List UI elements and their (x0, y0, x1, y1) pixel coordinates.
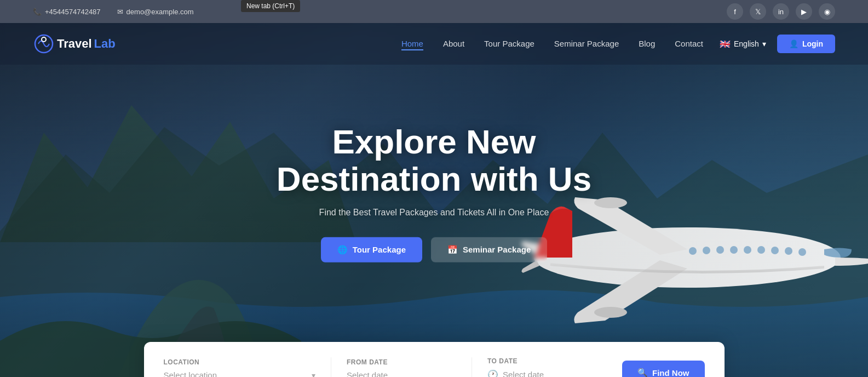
search-icon: 🔍 (637, 368, 648, 377)
hero-title-line1: Explore New (332, 122, 536, 160)
search-bar: Location ▾ From Date To Date 🕐 🔍 Find No… (144, 342, 725, 377)
topbar-left: 📞 +4544574742487 ✉ demo@example.com (33, 8, 194, 16)
youtube-icon[interactable]: ▶ (796, 3, 812, 20)
hero-section: TravelLab Home About Tour Package Semina… (0, 23, 868, 377)
lang-dropdown-arrow: ▾ (762, 39, 766, 48)
divider-2 (472, 357, 472, 377)
divider-1 (331, 357, 331, 377)
find-btn-label: Find Now (652, 368, 689, 378)
email-icon: ✉ (117, 8, 123, 16)
login-label: Login (802, 39, 823, 48)
email-info: ✉ demo@example.com (117, 8, 194, 16)
nav-contact-link[interactable]: Contact (675, 39, 703, 48)
nav-seminar[interactable]: Seminar Package (554, 39, 619, 49)
svg-point-8 (744, 246, 751, 254)
phone-icon: 📞 (33, 8, 42, 16)
facebook-icon[interactable]: f (727, 3, 743, 20)
navbar: TravelLab Home About Tour Package Semina… (0, 23, 868, 65)
svg-point-14 (42, 37, 46, 42)
hero-title-line2: Destination with Us (277, 160, 591, 198)
seminar-btn-label: Seminar Package (463, 245, 531, 254)
location-dropdown-arrow[interactable]: ▾ (312, 371, 315, 378)
instagram-icon[interactable]: ◉ (819, 3, 835, 20)
location-label: Location (164, 358, 316, 366)
svg-point-4 (798, 248, 806, 256)
location-input-wrapper: ▾ (164, 370, 316, 377)
from-date-field: From Date (347, 358, 456, 377)
user-icon: 👤 (789, 39, 798, 48)
phone-number: +4544574742487 (45, 8, 101, 16)
hero-subtitle: Find the Best Travel Packages and Ticket… (243, 208, 626, 218)
hero-title: Explore New Destination with Us (243, 123, 626, 197)
logo-text-blue: Lab (94, 37, 116, 51)
location-input[interactable] (164, 370, 308, 377)
nav-home[interactable]: Home (401, 39, 423, 49)
svg-point-2 (594, 307, 627, 318)
nav-tour-link[interactable]: Tour Package (484, 39, 534, 48)
nav-contact[interactable]: Contact (675, 39, 703, 49)
svg-point-12 (689, 247, 697, 255)
twitter-icon[interactable]: 𝕏 (750, 3, 766, 20)
svg-point-11 (703, 247, 710, 254)
nav-blog-link[interactable]: Blog (639, 39, 655, 48)
to-date-input-wrapper: 🕐 (487, 369, 607, 377)
nav-seminar-link[interactable]: Seminar Package (554, 39, 619, 48)
from-date-label: From Date (347, 358, 456, 366)
find-now-button[interactable]: 🔍 Find Now (622, 361, 705, 377)
svg-point-7 (757, 246, 765, 254)
tour-btn-label: Tour Package (353, 245, 406, 254)
nav-about[interactable]: About (443, 39, 464, 49)
hero-content: Explore New Destination with Us Find the… (243, 123, 626, 262)
globe-icon: 🌐 (337, 245, 348, 255)
nav-home-link[interactable]: Home (401, 39, 423, 50)
svg-point-6 (771, 247, 779, 254)
nav-blog[interactable]: Blog (639, 39, 655, 49)
logo-text-white: Travel (57, 37, 92, 51)
svg-point-5 (785, 247, 792, 255)
social-links: f 𝕏 in ▶ ◉ (727, 3, 835, 20)
nav-links: Home About Tour Package Seminar Package … (401, 39, 703, 49)
from-date-input-wrapper (347, 370, 456, 377)
flag-icon: 🇬🇧 (720, 39, 731, 49)
topbar: 📞 +4544574742487 ✉ demo@example.com New … (0, 0, 868, 23)
location-field: Location ▾ (164, 358, 316, 377)
linkedin-icon[interactable]: in (773, 3, 789, 20)
to-date-input[interactable] (503, 370, 607, 377)
hero-buttons: 🌐 Tour Package 📅 Seminar Package (243, 237, 626, 262)
email-address: demo@example.com (127, 8, 194, 16)
nav-about-link[interactable]: About (443, 39, 464, 48)
svg-point-10 (716, 246, 724, 254)
login-button[interactable]: 👤 Login (777, 35, 835, 53)
to-date-field: To Date 🕐 (487, 357, 607, 377)
clock-icon: 🕐 (487, 369, 498, 377)
logo[interactable]: TravelLab (33, 33, 116, 55)
phone-info: 📞 +4544574742487 (33, 8, 101, 16)
language-selector[interactable]: 🇬🇧 English ▾ (720, 39, 766, 49)
nav-tour-package[interactable]: Tour Package (484, 39, 534, 49)
seminar-package-button[interactable]: 📅 Seminar Package (431, 237, 547, 262)
to-date-label: To Date (487, 357, 607, 365)
language-label: English (734, 39, 759, 48)
logo-icon (33, 33, 55, 55)
tour-package-button[interactable]: 🌐 Tour Package (321, 237, 422, 262)
calendar-icon: 📅 (447, 245, 458, 255)
svg-point-9 (730, 246, 738, 254)
tooltip: New tab (Ctrl+T) (241, 0, 300, 12)
from-date-input[interactable] (347, 370, 456, 377)
